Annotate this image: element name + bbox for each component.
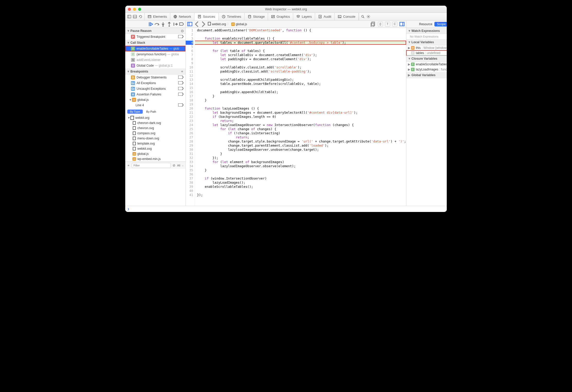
- closure-var-1[interactable]: ▶fenableScrollableTables: fun…: [406, 62, 447, 67]
- console-prompt[interactable]: ❯: [125, 206, 447, 212]
- tab-layers[interactable]: Layers: [293, 13, 315, 20]
- breakpoint-debugger-statements[interactable]: DDebugger Statements: [125, 75, 185, 80]
- file-template.svg[interactable]: template.svg: [125, 141, 185, 146]
- reload-icon[interactable]: [138, 14, 143, 19]
- nav-back-icon[interactable]: [194, 22, 200, 27]
- svg-rect-21: [133, 121, 136, 124]
- pretty-print-button[interactable]: {}: [378, 22, 383, 27]
- toggle-right-sidebar-icon[interactable]: [399, 22, 405, 27]
- file-icon: [132, 126, 136, 130]
- breakpoint-file[interactable]: ▼JSglobal.js: [125, 97, 185, 102]
- new-resource-icon[interactable]: ＋: [127, 163, 130, 168]
- file-chevron.svg[interactable]: chevron.svg: [125, 126, 185, 131]
- breakpoint-line-4[interactable]: Line 4: [125, 102, 185, 108]
- tab-audit[interactable]: Audit: [315, 13, 335, 20]
- toggle-left-sidebar-icon[interactable]: [187, 22, 192, 27]
- call-stack-header[interactable]: ▼Call Stack: [125, 40, 185, 46]
- svg-rect-31: [371, 23, 374, 26]
- step-into-button[interactable]: [161, 22, 165, 26]
- svg-rect-29: [208, 22, 211, 25]
- call-stack-frame-1[interactable]: f(anonymous function)— globa: [125, 51, 185, 57]
- svg-rect-0: [127, 15, 131, 18]
- minimize-window-button[interactable]: [133, 8, 136, 11]
- tab-storage[interactable]: Storage: [245, 13, 268, 20]
- resume-button[interactable]: [148, 22, 153, 26]
- resource-tab[interactable]: Resource: [419, 22, 432, 26]
- global-variables-header[interactable]: ▶Global Variables: [406, 72, 447, 78]
- tab-console[interactable]: Console: [335, 13, 359, 20]
- call-stack-frame-0[interactable]: fenableScrollableTables— glob: [125, 46, 185, 51]
- tab-timelines[interactable]: Timelines: [219, 13, 245, 20]
- watch-expressions-header[interactable]: ▼Watch Expressions＋⊘⟳: [406, 28, 447, 34]
- type-profile-button[interactable]: T: [385, 22, 390, 27]
- svg-rect-14: [338, 15, 341, 18]
- svg-rect-27: [187, 22, 192, 26]
- svg-point-18: [163, 26, 164, 26]
- filter-scope-chevron-icon[interactable]: ⌄: [182, 164, 184, 167]
- resource-tree-root[interactable]: ▼webkit.org: [125, 115, 185, 120]
- local-var-tables[interactable]: ?tables: undefined: [406, 50, 447, 56]
- file-chevron-dark.svg[interactable]: chevron-dark.svg: [125, 120, 185, 126]
- sort-by-type[interactable]: By Type: [127, 110, 143, 114]
- call-stack-frame-2[interactable]: NaddEventListener: [125, 57, 185, 63]
- svg-line-16: [363, 17, 364, 18]
- dock-left-icon[interactable]: [127, 14, 131, 19]
- copy-icon[interactable]: [371, 22, 376, 27]
- file-webkit.svg[interactable]: webkit.svg: [125, 146, 185, 151]
- call-stack-frame-3[interactable]: SGlobal Code— global.js:1: [125, 63, 185, 68]
- zoom-window-button[interactable]: [138, 8, 141, 11]
- step-button[interactable]: [173, 22, 178, 26]
- pause-reason-item[interactable]: PTriggered Breakpoint: [125, 34, 185, 40]
- breadcrumb[interactable]: webkit.org 〉 JS global.js: [208, 22, 247, 26]
- pause-reason-header[interactable]: ▼Pause Reason⊙: [125, 28, 185, 34]
- document-icon: [130, 116, 134, 120]
- file-compass.svg[interactable]: compass.svg: [125, 131, 185, 136]
- tab-elements[interactable]: Elements: [145, 13, 170, 20]
- step-out-button[interactable]: [167, 22, 172, 26]
- code-editor[interactable]: 1234567891011121314151617181920212223242…: [186, 28, 406, 206]
- dock-bottom-icon[interactable]: [132, 14, 137, 19]
- breakpoints-header[interactable]: ▼Breakpoints＋: [125, 68, 185, 75]
- file-icon: [132, 121, 136, 125]
- filter-scope[interactable]: All: [177, 164, 180, 167]
- tab-network[interactable]: Network: [170, 13, 194, 20]
- titlebar: Web Inspector — webkit.org: [125, 6, 447, 13]
- svg-point-11: [248, 15, 251, 16]
- deactivate-breakpoints-button[interactable]: [179, 22, 184, 26]
- local-var-this[interactable]: ▶Othis: Window {window: Wind: [406, 45, 447, 50]
- file-menu-down.svg[interactable]: menu-down.svg: [125, 136, 185, 141]
- close-window-button[interactable]: [128, 8, 131, 11]
- source-editor-panel: webkit.org 〉 JS global.js {} T C 1234567…: [186, 21, 406, 206]
- watch-empty-text: No Watch Expressions: [406, 34, 447, 39]
- sort-pills: By Type By Path: [125, 108, 185, 115]
- sort-by-path[interactable]: By Path: [144, 110, 159, 114]
- add-breakpoint-icon[interactable]: ＋: [180, 69, 184, 74]
- filter-input[interactable]: [132, 163, 171, 168]
- step-over-button[interactable]: [155, 22, 159, 26]
- breakpoint-all-exceptions[interactable]: ExAll Exceptions: [125, 80, 185, 86]
- file-icon: [132, 137, 136, 140]
- filter-issues-icon[interactable]: ⊘: [172, 163, 176, 168]
- scope-chain-tab[interactable]: Scope Chain: [434, 22, 447, 26]
- svg-rect-25: [133, 142, 136, 145]
- search-icon[interactable]: [361, 14, 365, 19]
- inspector-window: Web Inspector — webkit.org Elements Netw…: [125, 6, 447, 212]
- file-global.js[interactable]: JSglobal.js: [125, 151, 185, 156]
- nav-forward-icon[interactable]: [201, 22, 206, 27]
- tab-graphics[interactable]: Graphics: [268, 13, 293, 20]
- docking-controls: [125, 13, 145, 20]
- svg-rect-2: [133, 15, 136, 18]
- breakpoint-uncaught-exceptions[interactable]: ExUncaught Exceptions: [125, 86, 185, 92]
- pause-reason-options-icon[interactable]: ⊙: [181, 29, 184, 33]
- tab-sources[interactable]: Sources: [194, 13, 219, 20]
- breakpoint-assertion-failures[interactable]: AAssertion Failures: [125, 92, 185, 97]
- settings-gear-icon[interactable]: [366, 14, 371, 19]
- file-wp-embed.min.js[interactable]: JSwp-embed.min.js: [125, 156, 185, 162]
- coverage-button[interactable]: C: [392, 22, 397, 27]
- debugger-toolbar: [125, 21, 185, 28]
- closure-variables-header[interactable]: ▼Closure Variables: [406, 56, 447, 62]
- local-variables-header[interactable]: ▼Local Variables: [406, 39, 447, 45]
- closure-var-2[interactable]: ▶flazyLoadImages: function(: [406, 67, 447, 72]
- file-icon: [132, 131, 136, 135]
- svg-rect-13: [319, 15, 321, 18]
